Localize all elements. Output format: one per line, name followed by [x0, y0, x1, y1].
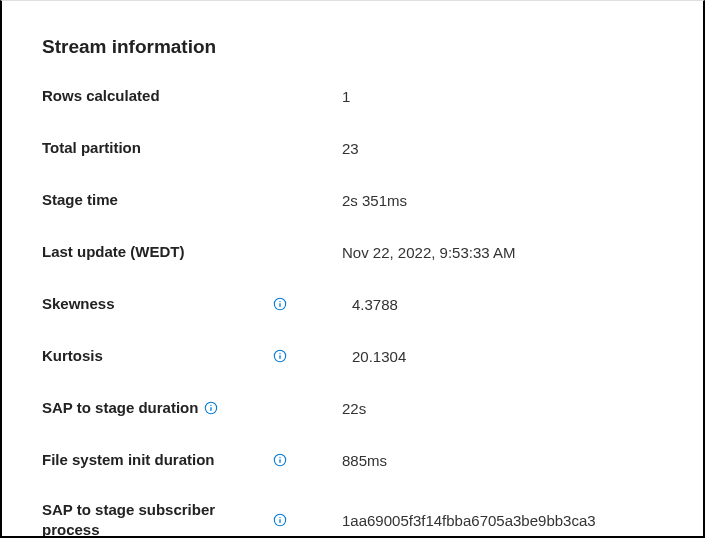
info-icon[interactable]	[273, 349, 287, 363]
row-stage-time: Stage time 2s 351ms	[42, 188, 663, 212]
value-last-update: Nov 22, 2022, 9:53:33 AM	[322, 244, 515, 261]
label-last-update: Last update (WEDT)	[42, 242, 185, 262]
row-rows-calculated: Rows calculated 1	[42, 84, 663, 108]
svg-point-5	[279, 353, 280, 354]
row-sap-to-stage-duration: SAP to stage duration 22s	[42, 396, 663, 420]
info-icon[interactable]	[204, 401, 218, 415]
label-sap-to-stage-duration: SAP to stage duration	[42, 398, 198, 418]
label-file-system-init-duration: File system init duration	[42, 450, 215, 470]
label-total-partition: Total partition	[42, 138, 141, 158]
row-total-partition: Total partition 23	[42, 136, 663, 160]
label-kurtosis: Kurtosis	[42, 346, 103, 366]
value-sap-to-stage-subscriber-process: 1aa69005f3f14fbba6705a3be9bb3ca3	[322, 512, 596, 529]
row-last-update: Last update (WEDT) Nov 22, 2022, 9:53:33…	[42, 240, 663, 264]
row-kurtosis: Kurtosis 20.1304	[42, 344, 663, 368]
info-icon[interactable]	[273, 297, 287, 311]
svg-point-2	[279, 301, 280, 302]
label-stage-time: Stage time	[42, 190, 118, 210]
row-sap-to-stage-subscriber-process: SAP to stage subscriber process 1aa69005…	[42, 500, 663, 538]
svg-point-8	[211, 405, 212, 406]
value-total-partition: 23	[322, 140, 359, 157]
value-skewness: 4.3788	[322, 296, 398, 313]
label-sap-to-stage-subscriber-process: SAP to stage subscriber process	[42, 500, 217, 538]
row-skewness: Skewness 4.3788	[42, 292, 663, 316]
label-skewness: Skewness	[42, 294, 115, 314]
value-sap-to-stage-duration: 22s	[322, 400, 366, 417]
label-rows-calculated: Rows calculated	[42, 86, 160, 106]
value-file-system-init-duration: 885ms	[322, 452, 387, 469]
svg-point-14	[279, 517, 280, 518]
info-icon[interactable]	[273, 453, 287, 467]
value-stage-time: 2s 351ms	[322, 192, 407, 209]
row-file-system-init-duration: File system init duration 885ms	[42, 448, 663, 472]
svg-point-11	[279, 457, 280, 458]
info-icon[interactable]	[273, 513, 287, 527]
stream-information-panel: Stream information Rows calculated 1 Tot…	[2, 1, 703, 538]
value-rows-calculated: 1	[322, 88, 350, 105]
section-title: Stream information	[42, 36, 663, 58]
value-kurtosis: 20.1304	[322, 348, 406, 365]
